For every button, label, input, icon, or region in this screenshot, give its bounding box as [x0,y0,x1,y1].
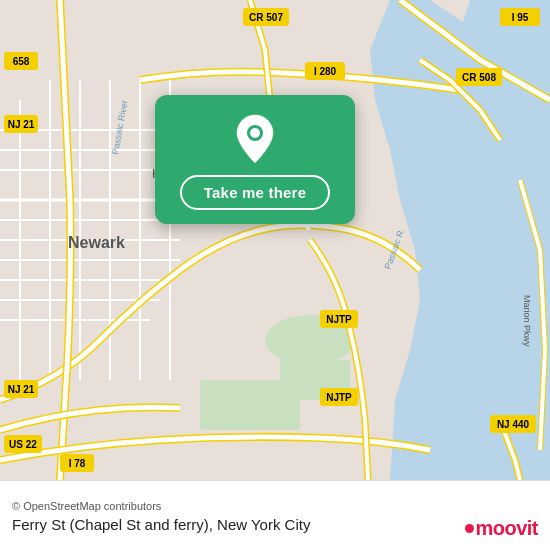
svg-text:Marion Pkwy: Marion Pkwy [522,295,532,347]
moovit-logo: moovit [465,517,538,540]
card-overlay: Take me there [155,95,355,224]
svg-text:NJTP: NJTP [326,392,352,403]
map-container: 658 NJ 21 NJ 21 CR 507 I 280 I 95 CR 508… [0,0,550,480]
svg-point-53 [250,128,260,138]
take-me-there-button[interactable]: Take me there [180,175,330,210]
footer: © OpenStreetMap contributors Ferry St (C… [0,480,550,550]
osm-credit: © OpenStreetMap contributors [12,500,538,512]
svg-text:658: 658 [13,56,30,67]
location-title: Ferry St (Chapel St and ferry), New York… [12,516,538,533]
svg-rect-6 [200,380,300,430]
map-svg: 658 NJ 21 NJ 21 CR 507 I 280 I 95 CR 508… [0,0,550,480]
svg-text:I 280: I 280 [314,66,337,77]
svg-text:Newark: Newark [68,234,125,251]
svg-text:NJTP: NJTP [326,314,352,325]
svg-text:NJ 21: NJ 21 [8,384,35,395]
svg-text:NJ 21: NJ 21 [8,119,35,130]
svg-text:I 95: I 95 [512,12,529,23]
svg-text:NJ 440: NJ 440 [497,419,530,430]
svg-text:I 78: I 78 [69,458,86,469]
svg-text:CR 507: CR 507 [249,12,283,23]
map-pin-icon [232,113,278,165]
svg-text:CR 508: CR 508 [462,72,496,83]
moovit-dot-icon [465,524,474,533]
svg-text:US 22: US 22 [9,439,37,450]
